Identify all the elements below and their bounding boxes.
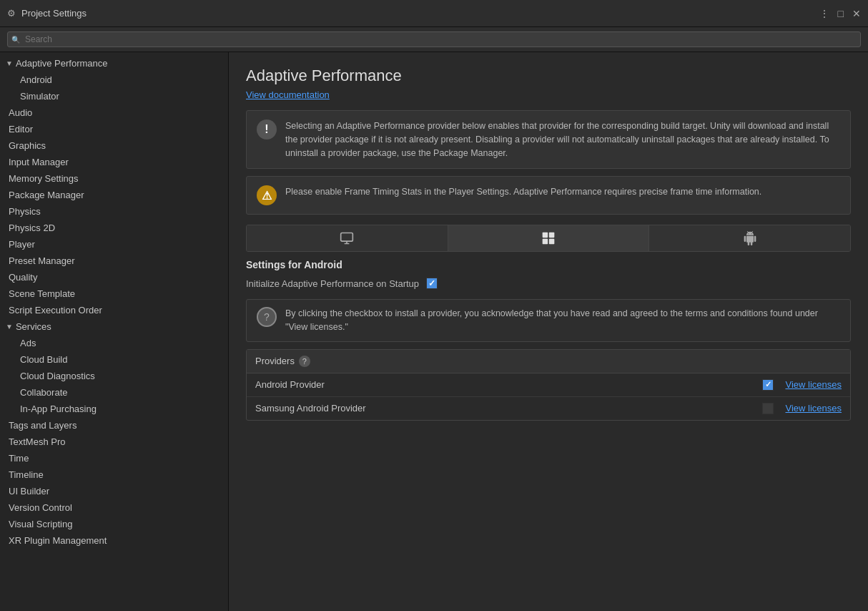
info-box-main: ! Selecting an Adaptive Performance prov… [246,110,851,169]
triangle-adaptive-performance: ▼ [6,59,13,67]
search-input[interactable] [7,31,861,47]
sidebar-item-script-execution-order[interactable]: Script Execution Order [0,302,228,318]
main-layout: ▼Adaptive PerformanceAndroidSimulatorAud… [0,52,868,611]
provider-row-samsung-android-provider: Samsung Android ProviderView licenses [247,397,850,420]
sidebar-item-android[interactable]: Android [0,72,228,88]
ack-text: By clicking the checkbox to install a pr… [285,307,840,334]
provider-row-android-provider: Android ProviderView licenses [247,373,850,397]
tab-mobile[interactable] [649,225,850,251]
sidebar-item-tags-and-layers[interactable]: Tags and Layers [0,417,228,434]
content-area: Adaptive Performance View documentation … [229,52,868,611]
init-setting-label: Initialize Adaptive Performance on Start… [246,278,419,289]
sidebar-item-xr-plugin-management[interactable]: XR Plugin Management [0,532,228,549]
title-bar-left: ⚙ Project Settings [7,8,87,19]
sidebar-label-adaptive-performance: Adaptive Performance [16,58,108,69]
triangle-services: ▼ [6,323,13,331]
view-licenses-samsung-android-provider[interactable]: View licenses [785,403,842,414]
settings-section: Settings for Android Initialize Adaptive… [246,259,851,421]
sidebar-item-input-manager[interactable]: Input Manager [0,154,228,170]
svg-rect-4 [549,233,555,238]
sidebar-item-timeline[interactable]: Timeline [0,466,228,483]
sidebar-group-adaptive-performance[interactable]: ▼Adaptive Performance [0,55,228,72]
sidebar-item-in-app-purchasing[interactable]: In-App Purchasing [0,401,228,417]
sidebar-item-physics-2d[interactable]: Physics 2D [0,220,228,236]
ack-box: ? By clicking the checkbox to install a … [246,299,851,342]
warning-box-text: Please enable Frame Timing Stats in the … [285,185,761,199]
sidebar-item-ads[interactable]: Ads [0,335,228,351]
platform-tabs [246,225,851,252]
tab-desktop[interactable] [247,225,448,251]
view-docs-link[interactable]: View documentation [246,89,330,100]
menu-icon[interactable]: ⋮ [819,8,829,19]
sidebar-item-audio[interactable]: Audio [0,104,228,121]
title-bar: ⚙ Project Settings ⋮ □ ✕ [0,0,868,27]
ack-icon: ? [257,307,277,327]
search-wrapper [7,31,861,47]
sidebar-item-collaborate[interactable]: Collaborate [0,384,228,401]
warning-icon-circle: ⚠ [257,185,277,205]
sidebar: ▼Adaptive PerformanceAndroidSimulatorAud… [0,52,229,611]
svg-rect-3 [543,233,548,238]
sidebar-item-scene-template[interactable]: Scene Template [0,285,228,302]
providers-section: Providers ? Android ProviderView license… [246,349,851,421]
sidebar-item-ui-builder[interactable]: UI Builder [0,483,228,499]
provider-checkbox-samsung-android-provider[interactable] [762,403,774,414]
tab-android[interactable] [448,225,650,251]
warning-box: ⚠ Please enable Frame Timing Stats in th… [246,176,851,215]
sidebar-item-editor[interactable]: Editor [0,121,228,137]
sidebar-item-package-manager[interactable]: Package Manager [0,187,228,203]
providers-help-icon[interactable]: ? [299,356,310,367]
provider-checkbox-android-provider[interactable] [762,379,774,391]
sidebar-item-memory-settings[interactable]: Memory Settings [0,170,228,187]
settings-gear-icon: ⚙ [7,8,16,19]
providers-label: Providers [255,356,295,366]
maximize-icon[interactable]: □ [838,8,844,19]
view-licenses-android-provider[interactable]: View licenses [785,379,842,390]
sidebar-item-preset-manager[interactable]: Preset Manager [0,253,228,269]
sidebar-group-services[interactable]: ▼Services [0,318,228,335]
settings-for-android-title: Settings for Android [246,259,851,270]
sidebar-item-graphics[interactable]: Graphics [0,137,228,154]
init-checkbox[interactable] [426,278,438,289]
sidebar-item-version-control[interactable]: Version Control [0,499,228,516]
search-bar [0,27,868,52]
sidebar-item-time[interactable]: Time [0,450,228,466]
sidebar-label-services: Services [16,321,51,332]
sidebar-item-cloud-build[interactable]: Cloud Build [0,351,228,368]
sidebar-item-player[interactable]: Player [0,236,228,253]
provider-name-samsung-android-provider: Samsung Android Provider [255,403,762,414]
title-bar-controls: ⋮ □ ✕ [819,8,861,19]
svg-rect-6 [549,239,555,245]
sidebar-item-visual-scripting[interactable]: Visual Scripting [0,516,228,532]
sidebar-item-physics[interactable]: Physics [0,203,228,220]
sidebar-item-cloud-diagnostics[interactable]: Cloud Diagnostics [0,368,228,384]
sidebar-item-textmesh-pro[interactable]: TextMesh Pro [0,434,228,450]
window-title: Project Settings [21,8,87,19]
providers-list: Android ProviderView licensesSamsung And… [247,373,850,420]
info-box-text: Selecting an Adaptive Performance provid… [285,119,840,160]
page-title: Adaptive Performance [246,67,851,85]
sidebar-item-quality[interactable]: Quality [0,269,228,285]
providers-header: Providers ? [247,350,850,373]
close-icon[interactable]: ✕ [852,8,861,19]
svg-rect-0 [341,233,353,242]
provider-name-android-provider: Android Provider [255,379,762,390]
sidebar-item-simulator[interactable]: Simulator [0,88,228,104]
svg-rect-5 [543,239,548,245]
info-icon-circle: ! [257,119,277,140]
init-setting-row: Initialize Adaptive Performance on Start… [246,278,851,289]
